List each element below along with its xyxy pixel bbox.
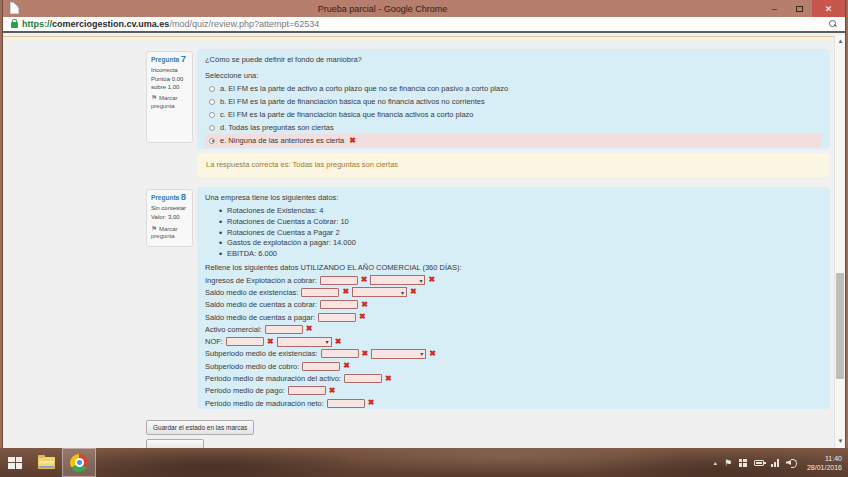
taskbar-clock[interactable]: 11:40 28/01/2016	[803, 454, 842, 472]
radio-button[interactable]	[209, 86, 215, 92]
form-row: Saldo medio de existencias: ✖ ✖	[205, 286, 822, 298]
answer-input[interactable]	[318, 313, 356, 322]
page-scrollbar[interactable]: ▲ ▼	[834, 35, 845, 448]
system-tray: ▴ ⚑ 11:40 28/01/2016	[714, 454, 848, 472]
scroll-up-arrow[interactable]: ▲	[835, 36, 845, 47]
incorrect-icon: ✖	[428, 276, 435, 284]
address-bar[interactable]: https://comerciogestion.cv.uma.es/mod/qu…	[3, 17, 845, 33]
form-row: Subperiodo medio de cobro: ✖	[205, 360, 822, 372]
scrollbar-thumb[interactable]	[836, 273, 844, 379]
unit-select[interactable]	[370, 275, 425, 285]
answer-input[interactable]	[344, 374, 382, 383]
fact-item: Rotaciones de Cuentas a Cobrar: 10	[219, 217, 822, 228]
question-8-info: Pregunta 8 Sin contestar Valor: 3,00 ⚑ M…	[146, 189, 193, 247]
incorrect-icon: ✖	[359, 313, 366, 321]
maximize-icon	[796, 6, 803, 12]
answer-option-a[interactable]: a. El FM es la parte de activo a corto p…	[205, 82, 822, 95]
question-state: Sin contestar	[151, 205, 188, 213]
search-icon[interactable]	[829, 20, 837, 28]
answer-input[interactable]	[265, 325, 303, 334]
fact-item: Rotaciones de Existencias: 4	[219, 206, 822, 217]
answer-option-d[interactable]: d. Todas las preguntas son ciertas	[205, 121, 822, 134]
incorrect-icon: ✖	[335, 338, 342, 346]
answer-input[interactable]	[327, 399, 365, 408]
unit-select[interactable]	[371, 349, 426, 359]
form-row: Periodo medio de maduración neto: ✖	[205, 397, 822, 409]
form-row: Saldo medio de cuentas a pagar: ✖	[205, 311, 822, 323]
page-tab-icon	[10, 2, 19, 14]
answer-input[interactable]	[320, 300, 358, 309]
question-state: Incorrecta	[151, 67, 188, 75]
windows-logo-icon	[8, 457, 22, 469]
question-label: Pregunta	[151, 56, 179, 63]
flag-icon: ⚑	[151, 94, 157, 101]
action-center-flag-icon[interactable]: ⚑	[724, 458, 732, 468]
close-button[interactable]: ✕	[812, 0, 845, 17]
scroll-down-arrow[interactable]: ▼	[835, 436, 845, 447]
url-domain: comerciogestion.cv.uma.es	[52, 19, 169, 29]
question-label: Pregunta	[151, 194, 179, 201]
answer-input[interactable]	[226, 337, 264, 346]
radio-button-checked[interactable]	[209, 138, 215, 144]
field-label: Saldo medio de cuentas a pagar:	[205, 313, 315, 322]
answer-option-label: e. Ninguna de las anteriores es cierta	[220, 136, 344, 145]
incorrect-icon: ✖	[361, 301, 368, 309]
radio-button[interactable]	[209, 99, 215, 105]
field-label: Subperiodo medio de existencias:	[205, 349, 318, 358]
answer-option-c[interactable]: c. El FM es la parte de financiación bás…	[205, 108, 822, 121]
incorrect-icon: ✖	[362, 350, 369, 358]
answer-input[interactable]	[288, 386, 326, 395]
minimize-button[interactable]: –	[762, 0, 787, 17]
clock-time: 11:40	[807, 454, 842, 463]
previous-feedback-remnant	[3, 36, 834, 39]
incorrect-icon: ✖	[410, 288, 417, 296]
windows-tray-icon[interactable]	[739, 459, 747, 467]
incorrect-icon: ✖	[385, 375, 392, 383]
answer-input[interactable]	[302, 362, 340, 371]
field-label: Saldo medio de cuentas a cobrar:	[205, 300, 317, 309]
fill-instruction: Rellene los siguientes datos UTILIZANDO …	[205, 263, 822, 272]
save-marks-button[interactable]: Guardar el estado en las marcas	[146, 420, 254, 435]
answer-option-b[interactable]: b. El FM es la parte de financiación bás…	[205, 95, 822, 108]
unit-select[interactable]	[352, 287, 407, 297]
url-text[interactable]: https://comerciogestion.cv.uma.es/mod/qu…	[22, 19, 319, 29]
answer-input[interactable]	[320, 276, 358, 285]
field-label: Subperiodo medio de cobro:	[205, 362, 299, 371]
answer-prompt: Seleccione una:	[205, 71, 822, 80]
answer-input[interactable]	[301, 288, 339, 297]
fact-item: Rotaciones de Cuentas a Pagar 2	[219, 228, 822, 239]
flag-question-link[interactable]: ⚑ Marcar pregunta	[151, 94, 188, 110]
battery-icon[interactable]	[754, 460, 764, 466]
incorrect-icon: ✖	[267, 338, 274, 346]
answer-option-label: b. El FM es la parte de financiación bás…	[220, 97, 485, 106]
finish-review-button-partial[interactable]	[146, 439, 204, 448]
form-row: Subperiodo medio de existencias: ✖ ✖	[205, 348, 822, 360]
question-intro: Una empresa tiene los siguientes datos:	[205, 193, 822, 202]
radio-button[interactable]	[209, 112, 215, 118]
fact-item: EBITDA: 6.000	[219, 249, 822, 260]
answer-input[interactable]	[321, 349, 359, 358]
file-explorer-button[interactable]	[30, 448, 62, 477]
window-title: Prueba parcial - Google Chrome	[3, 4, 762, 14]
flag-question-link[interactable]: ⚑ Marcar pregunta	[151, 225, 188, 241]
browser-window: Prueba parcial - Google Chrome – ✕ https…	[3, 0, 845, 448]
answer-option-e-selected[interactable]: e. Ninguna de las anteriores es cierta ✖	[205, 134, 822, 147]
network-signal-icon[interactable]	[771, 459, 779, 467]
maximize-button[interactable]	[787, 0, 812, 17]
unit-select[interactable]	[277, 337, 332, 347]
start-button[interactable]	[0, 448, 30, 477]
radio-button[interactable]	[209, 125, 215, 131]
incorrect-icon: ✖	[329, 387, 336, 395]
hidden-icons-chevron[interactable]: ▴	[714, 459, 717, 466]
incorrect-icon: ✖	[306, 325, 313, 333]
volume-icon[interactable]	[786, 458, 796, 467]
field-label: Ingresos de Explotación a cobrar:	[205, 276, 317, 285]
incorrect-icon: ✖	[342, 288, 349, 296]
form-row: Periodo medio de pago: ✖	[205, 385, 822, 397]
correct-answer-feedback: La respuesta correcta es: Todas las preg…	[197, 153, 830, 177]
question-7-content: ¿Cómo se puede definir el fondo de manio…	[197, 49, 830, 149]
fact-item: Gastos de explotación a pagar: 14.000	[219, 238, 822, 249]
question-7-info: Pregunta 7 Incorrecta Puntúa 0,00 sobre …	[146, 51, 193, 143]
chrome-taskbar-button[interactable]	[62, 448, 96, 477]
title-bar[interactable]: Prueba parcial - Google Chrome – ✕	[3, 0, 845, 17]
